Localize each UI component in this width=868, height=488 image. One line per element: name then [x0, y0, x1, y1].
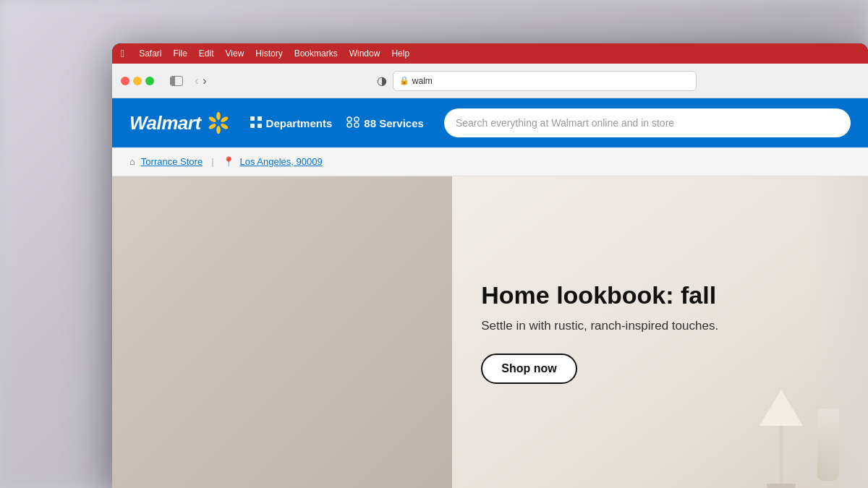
location-separator: | — [211, 156, 213, 167]
location-pin-icon: 📍 — [223, 156, 234, 167]
menu-view[interactable]: View — [226, 48, 244, 59]
menu-edit[interactable]: Edit — [199, 48, 214, 59]
svg-point-0 — [216, 112, 221, 120]
hero-subtitle: Settle in with rustic, ranch-inspired to… — [481, 319, 839, 333]
walmart-logo-text: Walmart — [129, 112, 201, 134]
home-icon: ⌂ — [129, 156, 135, 167]
services-label: 88 Services — [364, 117, 424, 129]
menu-window[interactable]: Window — [349, 48, 380, 59]
svg-point-4 — [208, 123, 216, 130]
svg-point-13 — [354, 123, 359, 127]
laptop-frame:  Safari File Edit View History Bookmark… — [112, 43, 868, 488]
back-button[interactable]: ‹ — [195, 75, 198, 87]
forward-button[interactable]: › — [203, 75, 206, 87]
lock-icon: 🔒 — [399, 76, 409, 85]
svg-rect-8 — [250, 124, 255, 128]
walmart-header: Walmart — [112, 98, 868, 147]
close-button[interactable] — [121, 77, 129, 85]
svg-point-11 — [354, 117, 359, 121]
screen-content:  Safari File Edit View History Bookmark… — [112, 43, 868, 488]
hero-title: Home lookbook: fall — [481, 281, 839, 310]
location-link[interactable]: Los Angeles, 90009 — [240, 156, 323, 167]
maximize-button[interactable] — [145, 77, 154, 85]
address-bar-area: ◑ 🔒 walm — [214, 71, 859, 91]
svg-point-2 — [220, 123, 229, 130]
macos-menubar:  Safari File Edit View History Bookmark… — [112, 43, 868, 64]
svg-point-3 — [216, 126, 221, 134]
svg-rect-6 — [250, 116, 255, 121]
nav-arrows: ‹ › — [195, 75, 207, 87]
svg-point-1 — [220, 116, 229, 123]
search-placeholder-text: Search everything at Walmart online and … — [456, 117, 674, 129]
sidebar-toggle-button[interactable] — [170, 76, 183, 86]
address-bar[interactable]: 🔒 walm — [393, 71, 697, 91]
theme-icon: ◑ — [377, 74, 387, 87]
walmart-logo[interactable]: Walmart — [129, 111, 230, 134]
hero-content: Home lookbook: fall Settle in with rusti… — [452, 176, 868, 488]
menu-help[interactable]: Help — [391, 48, 409, 59]
minimize-button[interactable] — [133, 77, 142, 85]
services-icon — [346, 116, 359, 130]
departments-button[interactable]: Departments — [250, 116, 333, 130]
safari-toolbar: ‹ › ◑ 🔒 walm — [112, 64, 868, 98]
svg-point-5 — [208, 116, 216, 123]
apple-logo-icon:  — [121, 48, 124, 59]
departments-label: Departments — [266, 117, 333, 129]
svg-point-12 — [347, 123, 352, 127]
search-bar[interactable]: Search everything at Walmart online and … — [444, 108, 851, 137]
store-link[interactable]: Torrance Store — [141, 156, 203, 167]
location-bar: ⌂ Torrance Store | 📍 Los Angeles, 90009 — [112, 147, 868, 176]
svg-point-10 — [347, 117, 352, 121]
traffic-lights — [121, 77, 154, 85]
shop-now-button[interactable]: Shop now — [481, 354, 576, 384]
url-text: walm — [412, 76, 433, 86]
services-button[interactable]: 88 Services — [346, 116, 424, 130]
menu-history[interactable]: History — [255, 48, 282, 59]
walmart-website: Walmart — [112, 98, 868, 488]
menu-file[interactable]: File — [173, 48, 187, 59]
menu-bookmarks[interactable]: Bookmarks — [294, 48, 338, 59]
hero-left-image — [112, 176, 452, 488]
menu-safari[interactable]: Safari — [139, 48, 161, 59]
hero-area: Home lookbook: fall Settle in with rusti… — [112, 176, 868, 488]
departments-icon — [250, 116, 262, 130]
svg-rect-9 — [258, 124, 262, 128]
walmart-spark-icon — [207, 111, 230, 134]
svg-rect-7 — [258, 116, 262, 121]
